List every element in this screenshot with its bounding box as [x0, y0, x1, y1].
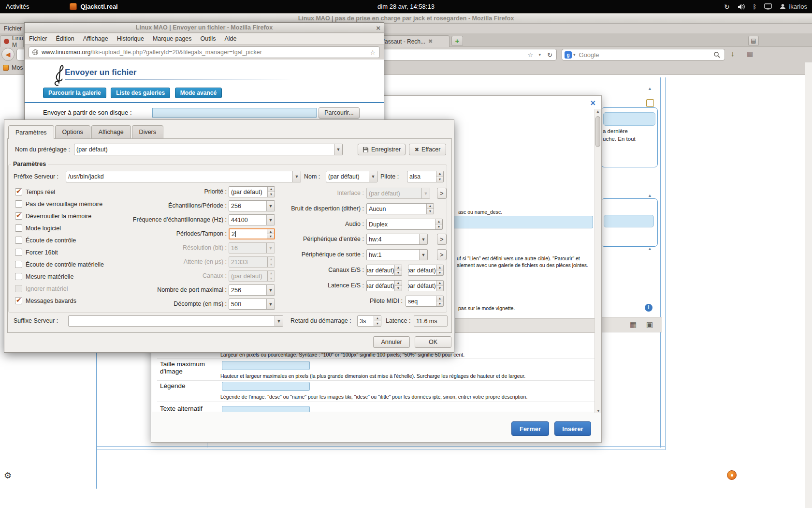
modal-close-icon[interactable]: × [590, 100, 595, 106]
max-image-input[interactable] [222, 361, 310, 370]
main-scrollbar[interactable] [805, 62, 812, 508]
checkbox-box[interactable] [15, 200, 22, 208]
decompte-combo[interactable]: 500▼ [229, 299, 275, 310]
clock[interactable]: dim 28 avr, 14:58:13 [0, 3, 812, 10]
chevron-down-icon[interactable]: ▼ [266, 299, 275, 309]
new-tab-button[interactable]: + [451, 36, 463, 46]
tab-options[interactable]: Options [55, 125, 90, 138]
advanced-mode-button[interactable]: Mode avancé [175, 88, 222, 98]
frequence-combo[interactable]: 44100▼ [229, 214, 275, 225]
tab-linuxmao[interactable]: Linux M [0, 35, 24, 47]
notification-orb-icon[interactable] [727, 470, 737, 480]
checkbox-box[interactable] [15, 249, 22, 256]
module-field[interactable] [603, 112, 655, 126]
back-button[interactable]: ◀ [1, 48, 14, 61]
menu-affichage[interactable]: Affichage [79, 35, 113, 42]
spin-arrows[interactable]: ▲▼ [374, 316, 381, 326]
dither-combo[interactable]: Aucun▲▼ [366, 203, 434, 214]
preset-combo[interactable]: (par défaut) ▼ [74, 144, 343, 155]
spin-arrows[interactable]: ▲▼ [426, 204, 434, 214]
upload-titlebar[interactable]: Linux MAO | Envoyer un fichier - Mozilla… [25, 23, 384, 33]
menu-outils[interactable]: Outils [196, 35, 220, 42]
tab-parametres[interactable]: Paramètres [8, 125, 54, 139]
server-name-combo[interactable]: (par défaut) ▼ [326, 171, 377, 182]
tab-search[interactable]: d'assaut - Rech... ✖ [377, 35, 450, 47]
spin-arrows[interactable]: ▲▼ [394, 265, 402, 275]
grid-view-icon[interactable]: ▦ [630, 320, 637, 329]
menu-aide[interactable]: Aide [220, 35, 241, 42]
ports-combo[interactable]: 256▼ [229, 284, 275, 296]
bookmark-item-mos[interactable]: Mos [3, 64, 23, 71]
input-device-more-button[interactable]: > [437, 234, 447, 245]
checkbox-forcer-16bit[interactable]: Forcer 16bit [15, 248, 58, 256]
apps-grid-icon[interactable]: ▦ [747, 50, 753, 58]
io-channels-out-spin[interactable]: (par défaut)▲▼ [408, 265, 444, 276]
server-prefix-combo[interactable]: /usr/bin/jackd ▼ [66, 171, 301, 182]
checkbox-box[interactable] [15, 237, 22, 244]
reload-icon[interactable]: ↻ [547, 51, 552, 59]
gear-icon[interactable]: ⚙ [4, 470, 12, 481]
module-edit-icon[interactable] [646, 99, 654, 107]
scrollbar-thumb[interactable] [595, 116, 600, 147]
menu-historique[interactable]: Historique [113, 35, 148, 42]
checkbox-mesure-materielle[interactable]: Mesure matérielle [15, 272, 73, 281]
url-dropdown-icon[interactable]: ▾ [538, 52, 541, 57]
chevron-down-icon[interactable]: ▼ [419, 234, 427, 244]
output-device-more-button[interactable]: > [437, 249, 447, 260]
spin-arrows[interactable]: ▲▼ [436, 296, 443, 306]
start-delay-spin[interactable]: 3s▲▼ [357, 315, 381, 327]
bookmark-star-icon[interactable]: ☆ [527, 51, 533, 59]
bookmark-star-icon[interactable]: ☆ [370, 49, 376, 56]
window-close-icon[interactable]: × [376, 23, 380, 33]
input-device-combo[interactable]: hw:4▼ [366, 234, 428, 245]
tab-list-button[interactable]: ▤ [748, 36, 759, 46]
checkbox-box[interactable] [15, 297, 22, 304]
chevron-down-icon[interactable]: ▼ [292, 171, 301, 182]
engine-dropdown-icon[interactable]: ▾ [573, 52, 576, 57]
menu-fichier[interactable]: Fichier [25, 35, 52, 42]
parcourir-button[interactable]: Parcourir... [319, 107, 360, 119]
search-engine-icon[interactable]: g [565, 51, 572, 59]
spin-arrows[interactable]: ▲▼ [435, 219, 442, 229]
legende-input[interactable] [222, 382, 310, 391]
inserer-button[interactable]: Insérer [554, 421, 591, 436]
magnifier-icon[interactable] [713, 51, 721, 59]
volume-icon[interactable] [738, 3, 745, 10]
priorite-spin[interactable]: (par défaut)▲▼ [229, 186, 275, 197]
spin-down-icon[interactable]: ▼ [436, 177, 443, 182]
tab-affichage[interactable]: Affichage [91, 125, 131, 138]
server-suffix-combo[interactable]: ▼ [68, 315, 283, 327]
io-channels-in-spin[interactable]: (par défaut)▲▼ [366, 265, 402, 276]
io-latency-out-spin[interactable]: (par défaut)▲▼ [408, 280, 444, 291]
list-galleries-button[interactable]: Liste des galeries [111, 88, 170, 98]
chevron-down-icon[interactable]: ▼ [369, 171, 377, 182]
spin-arrows[interactable]: ▲▼ [394, 281, 402, 291]
search-bar[interactable]: g ▾ Google [562, 49, 725, 60]
checkbox-box[interactable] [15, 188, 22, 195]
menu-edition[interactable]: Édition [52, 35, 79, 42]
sync-icon[interactable]: ↻ [724, 3, 730, 11]
checkbox-messages-bavards[interactable]: Messages bavards [15, 297, 76, 305]
checkbox-box[interactable] [15, 224, 22, 232]
echantillons-combo[interactable]: 256▼ [229, 200, 275, 211]
detail-view-icon[interactable]: ▣ [646, 320, 653, 329]
menu-marque-pages[interactable]: Marque-pages [148, 35, 196, 42]
interface-more-button[interactable]: > [437, 188, 447, 199]
menu-fichier[interactable]: Fichier [0, 25, 22, 32]
midi-driver-combo[interactable]: seq▲▼ [406, 296, 444, 307]
chevron-down-icon[interactable]: ▼ [334, 144, 342, 155]
fermer-button[interactable]: Fermer [511, 421, 549, 436]
spin-arrows[interactable]: ▲▼ [436, 265, 443, 275]
collapse-arrow-icon[interactable]: ▲ [648, 86, 652, 91]
periodes-spin[interactable]: 2▲▼ [229, 228, 275, 239]
collapse-arrow-icon[interactable]: ▲ [648, 246, 652, 251]
audio-combo[interactable]: Duplex▲▼ [366, 219, 443, 230]
downloads-icon[interactable]: ↓ [731, 49, 735, 58]
scroll-down-icon[interactable]: ▼ [596, 409, 600, 413]
chevron-down-icon[interactable]: ▼ [419, 250, 427, 260]
spin-arrows[interactable]: ▲▼ [436, 171, 443, 182]
collapse-arrow-icon[interactable]: ▲ [648, 193, 652, 198]
tab-divers[interactable]: Divers [132, 125, 163, 138]
io-latency-in-spin[interactable]: (par défaut)▲▼ [366, 280, 402, 291]
output-device-combo[interactable]: hw:1▼ [366, 249, 428, 260]
